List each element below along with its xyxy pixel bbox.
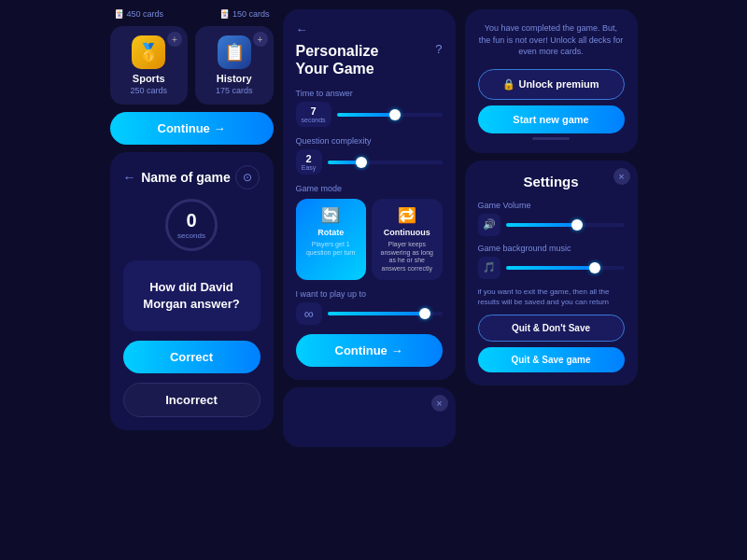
- music-icon: 🎵: [478, 257, 500, 279]
- personalize-title: PersonalizeYour Game: [296, 42, 379, 77]
- settings-title: Settings: [478, 174, 625, 189]
- help-button[interactable]: ?: [435, 42, 442, 56]
- column-3: You have completed the game. But, the fu…: [465, 9, 638, 385]
- infinity-slider-row: ∞: [296, 302, 443, 325]
- complexity-slider-track[interactable]: [328, 161, 443, 164]
- time-slider-track[interactable]: [337, 113, 443, 117]
- infinity-slider-track[interactable]: [328, 312, 443, 315]
- timer-value: 0: [186, 210, 196, 231]
- game-back-arrow[interactable]: ←: [123, 170, 136, 185]
- history-deck-name: History: [217, 73, 252, 84]
- music-section: Game background music 🎵: [478, 244, 625, 279]
- music-slider-fill: [506, 266, 595, 270]
- time-slider-section: Time to answer 7 seconds: [296, 89, 443, 127]
- volume-icon: 🔊: [478, 214, 500, 236]
- personalize-continue-button[interactable]: Continue →: [296, 334, 443, 367]
- exit-note-text: if you want to exit the game, then all t…: [478, 287, 625, 307]
- music-slider-row: 🎵: [478, 257, 625, 279]
- completion-divider: [532, 137, 570, 140]
- infinity-slider-thumb[interactable]: [419, 308, 430, 319]
- question-text: How did David Morgan answer?: [136, 279, 247, 313]
- history-count-text: 150 cards: [233, 9, 270, 19]
- complexity-unit-label: Easy: [302, 164, 317, 171]
- small-bottom-panel: ×: [283, 387, 456, 447]
- rotate-mode-icon: 🔄: [321, 206, 340, 224]
- volume-slider-track[interactable]: [506, 223, 625, 227]
- rotate-mode-name: Rotate: [317, 228, 344, 237]
- time-label: Time to answer: [296, 89, 443, 98]
- completion-panel: You have completed the game. But, the fu…: [465, 9, 638, 153]
- continue-button[interactable]: Continue →: [110, 112, 274, 145]
- question-box: How did David Morgan answer?: [123, 260, 261, 331]
- game-name-title: Name of game: [141, 170, 231, 185]
- infinity-box: ∞: [296, 302, 322, 325]
- timer-unit: seconds: [177, 231, 205, 240]
- history-deck-card[interactable]: + 📋 History 175 cards: [195, 26, 274, 105]
- sports-deck-name: Sports: [133, 73, 165, 84]
- quit-dont-save-button[interactable]: Quit & Don't Save: [478, 315, 625, 342]
- time-slider-thumb[interactable]: [389, 109, 401, 120]
- start-new-game-button[interactable]: Start new game: [478, 105, 625, 133]
- sports-deck-count: 250 cards: [130, 86, 167, 95]
- game-mode-label: Game mode: [296, 184, 443, 193]
- sports-count-text: 450 cards: [127, 9, 164, 19]
- complexity-value-box: 2 Easy: [296, 149, 322, 175]
- volume-slider-fill: [506, 223, 577, 227]
- complexity-slider-thumb[interactable]: [356, 157, 367, 168]
- continuous-mode-icon: 🔁: [398, 206, 416, 224]
- play-up-to-label: I want to play up to: [296, 289, 443, 299]
- time-unit-label: seconds: [302, 117, 326, 123]
- continuous-mode-desc: Player keeps answering as long as he or …: [377, 241, 437, 273]
- card-icon: 🃏: [114, 9, 124, 19]
- time-slider-fill: [337, 113, 395, 117]
- settings-close-button[interactable]: ×: [613, 168, 630, 185]
- history-plus-button[interactable]: +: [253, 32, 268, 47]
- history-deck-count: 175 cards: [216, 86, 253, 95]
- music-slider-thumb[interactable]: [589, 262, 600, 273]
- history-count-badge: 🃏 150 cards: [219, 9, 270, 19]
- column-1: 🃏 450 cards 🃏 150 cards + 🥇 Sports 250 c…: [110, 9, 274, 430]
- deck-cards-row: + 🥇 Sports 250 cards + 📋 History 175 car…: [110, 26, 274, 105]
- timer-circle: 0 seconds: [165, 199, 218, 251]
- card-count-row: 🃏 450 cards 🃏 150 cards: [110, 9, 274, 19]
- time-slider-row: 7 seconds: [296, 102, 443, 127]
- panel-title-row: PersonalizeYour Game ?: [296, 42, 443, 77]
- music-label: Game background music: [478, 244, 625, 253]
- settings-panel: × Settings Game Volume 🔊 Game background…: [465, 161, 638, 385]
- volume-slider-row: 🔊: [478, 214, 625, 236]
- sports-deck-card[interactable]: + 🥇 Sports 250 cards: [110, 26, 189, 105]
- volume-slider-thumb[interactable]: [571, 219, 583, 231]
- small-panel-content: [294, 399, 444, 436]
- music-slider-track[interactable]: [506, 266, 625, 270]
- card-icon2: 🃏: [219, 9, 230, 19]
- complexity-slider-section: Question complexity 2 Easy: [296, 136, 443, 175]
- game-panel: ← Name of game ⊙ 0 seconds How did David…: [110, 152, 274, 430]
- continuous-mode-card[interactable]: 🔁 Continuous Player keeps answering as l…: [372, 199, 443, 280]
- complexity-slider-row: 2 Easy: [296, 149, 443, 175]
- volume-section: Game Volume 🔊: [478, 201, 625, 236]
- sports-count-badge: 🃏 450 cards: [114, 9, 164, 19]
- rotate-mode-card[interactable]: 🔄 Rotate Players get 1 question per turn: [296, 199, 367, 280]
- sports-deck-icon: 🥇: [132, 35, 165, 69]
- correct-button[interactable]: Correct: [123, 341, 261, 373]
- continuous-mode-name: Continuous: [384, 228, 430, 237]
- infinity-slider-fill: [328, 312, 426, 315]
- completion-text: You have completed the game. But, the fu…: [478, 22, 625, 58]
- personalize-back-arrow[interactable]: ←: [296, 22, 443, 36]
- quit-save-button[interactable]: Quit & Save game: [478, 347, 625, 372]
- volume-label: Game Volume: [478, 201, 625, 210]
- column-2: ← PersonalizeYour Game ? Time to answer …: [283, 9, 456, 447]
- sports-plus-button[interactable]: +: [167, 32, 182, 47]
- incorrect-button[interactable]: Incorrect: [123, 383, 261, 417]
- personalize-panel: ← PersonalizeYour Game ? Time to answer …: [283, 9, 456, 380]
- unlock-premium-button[interactable]: 🔒 Unlock premium: [478, 69, 625, 100]
- time-value: 7: [302, 105, 326, 117]
- complexity-value: 2: [302, 153, 317, 164]
- rotate-mode-desc: Players get 1 question per turn: [302, 241, 361, 257]
- small-panel-close-button[interactable]: ×: [431, 395, 448, 412]
- complexity-label: Question complexity: [296, 136, 443, 146]
- history-deck-icon: 📋: [218, 35, 251, 69]
- game-panel-header: ← Name of game ⊙: [123, 165, 261, 189]
- time-value-box: 7 seconds: [296, 102, 331, 127]
- game-settings-button[interactable]: ⊙: [235, 165, 260, 189]
